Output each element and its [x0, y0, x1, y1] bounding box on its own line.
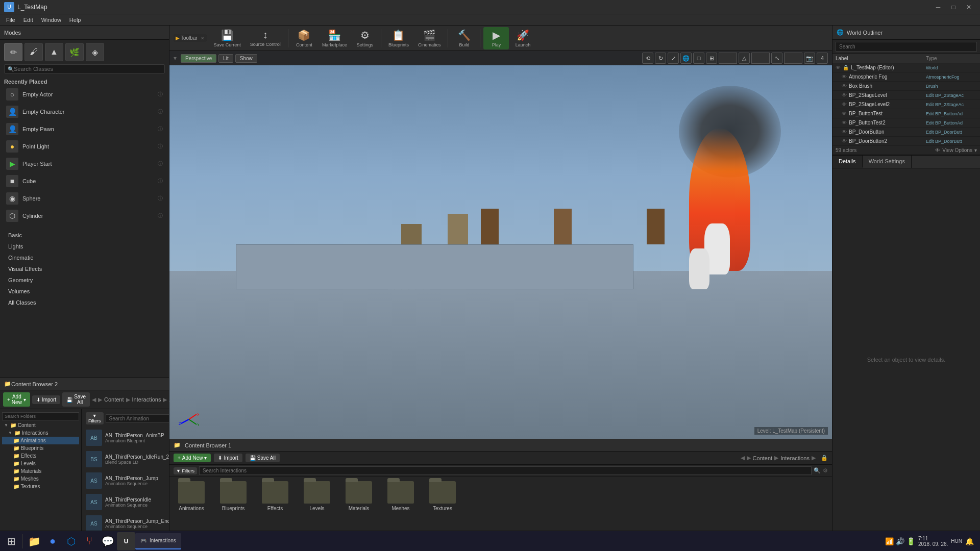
list-item[interactable]: ▶ Player Start ⓘ — [4, 155, 165, 172]
outliner-item[interactable]: 👁 BP_ButtonTest Edit BP_ButtonAd — [832, 109, 980, 118]
info-icon[interactable]: ⓘ — [158, 178, 163, 185]
marketplace-button[interactable]: 🏪 Marketplace — [318, 27, 351, 49]
mode-landscape[interactable]: ▲ — [45, 43, 63, 61]
outliner-item[interactable]: 👁 BP_2StageLevel2 Edit BP_2StageAc — [832, 100, 980, 109]
folder-levels[interactable]: Levels — [299, 481, 335, 511]
info-icon[interactable]: ⓘ — [158, 195, 163, 202]
outliner-search-input[interactable] — [836, 42, 977, 52]
tree-animations[interactable]: 📁 Animations — [2, 437, 79, 444]
taskbar-vscode[interactable]: ⬡ — [62, 532, 80, 550]
col-type[interactable]: Type — [926, 56, 977, 61]
tab-details[interactable]: Details — [832, 156, 863, 168]
build-button[interactable]: 🔨 Build — [451, 27, 477, 49]
recently-placed-header[interactable]: Recently Placed — [4, 76, 165, 86]
mode-geometry[interactable]: ◈ — [86, 43, 104, 61]
camera-speed-icon[interactable]: 📷 — [804, 53, 815, 64]
outliner-item[interactable]: 👁 Atmospheric Fog AtmosphericFog — [832, 72, 980, 82]
file-item[interactable]: AS AN_ThirdPerson_Jump Animation Sequenc… — [84, 470, 167, 491]
bc1-content[interactable]: Content — [753, 455, 773, 461]
taskbar-file-explorer[interactable]: 📁 — [25, 532, 43, 550]
cb1-save-all-button[interactable]: 💾 Save All — [246, 454, 280, 462]
settings-button[interactable]: ⚙ Settings — [352, 27, 378, 49]
viewport[interactable]: ▾ Perspective Lit Show ⟲ ↻ ⤢ 🌐 □ ⊞ 10 △ … — [169, 51, 832, 439]
info-icon[interactable]: ⓘ — [158, 91, 163, 98]
cb1-import-button[interactable]: ⬇ Import — [214, 454, 242, 462]
vp-dropdown-icon[interactable]: ▾ — [174, 55, 177, 62]
tab-world-settings[interactable]: World Settings — [863, 156, 912, 168]
translate-icon[interactable]: ⟲ — [642, 53, 653, 64]
bc-interactions[interactable]: Interactions — [132, 396, 161, 403]
outliner-item[interactable]: 👁 🔒 L_TestMap (Editor) World — [832, 63, 980, 72]
cinematics-button[interactable]: 🎬 Cinematics — [414, 27, 445, 49]
info-icon[interactable]: ⓘ — [158, 143, 163, 150]
menu-edit[interactable]: Edit — [19, 16, 37, 24]
angle-snap-icon[interactable]: △ — [739, 53, 750, 64]
tree-textures[interactable]: 📁 Textures — [2, 483, 79, 490]
cb1-search-input[interactable] — [199, 466, 812, 475]
bc-content[interactable]: Content — [104, 396, 124, 403]
cb1-add-new-button[interactable]: + Add New ▾ — [174, 454, 211, 462]
outliner-item[interactable]: 👁 Box Brush Brush — [832, 82, 980, 91]
nav-basic[interactable]: Basic — [4, 230, 165, 241]
list-item[interactable]: 👤 Empty Pawn ⓘ — [4, 120, 165, 138]
outliner-item[interactable]: 👁 BP_2StageLevel Edit BP_2StageAc — [832, 91, 980, 100]
nav-volumes[interactable]: Volumes — [4, 286, 165, 297]
perspective-button[interactable]: Perspective — [181, 54, 216, 63]
cb1-search-icon[interactable]: 🔍 — [814, 467, 821, 474]
source-control-button[interactable]: ↕ Source Control — [246, 27, 285, 49]
tree-blueprints[interactable]: 📁 Blueprints — [2, 444, 79, 452]
info-icon[interactable]: ⓘ — [158, 160, 163, 167]
scale-snap-input[interactable]: 0.25 — [784, 53, 802, 64]
tree-materials[interactable]: 📁 Materials — [2, 467, 79, 475]
file-item[interactable]: AB AN_ThirdPerson_AnimBP Animation Bluep… — [84, 428, 167, 448]
battery-icon[interactable]: 🔋 — [906, 537, 915, 545]
content-button[interactable]: 📦 Content — [291, 27, 317, 49]
list-item[interactable]: ◉ Sphere ⓘ — [4, 190, 165, 207]
nav-visual-effects[interactable]: Visual Effects — [4, 263, 165, 274]
taskbar-unreal[interactable]: U — [117, 532, 135, 550]
close-button[interactable]: ✕ — [962, 2, 976, 12]
taskbar-chrome[interactable]: ● — [43, 532, 62, 550]
cb1-filter-icon[interactable]: ⚙ — [823, 467, 828, 474]
taskbar-chat[interactable]: 💬 — [99, 532, 117, 550]
info-icon[interactable]: ⓘ — [158, 108, 163, 115]
notification-icon[interactable]: 🔔 — [965, 537, 974, 545]
folder-effects[interactable]: Effects — [257, 481, 293, 511]
file-item[interactable]: AS AN_ThirdPersonIdle Animation Sequence — [84, 492, 167, 512]
cb2-filters-button[interactable]: ▼ Filters — [86, 412, 104, 424]
volume-icon[interactable]: 🔊 — [896, 537, 904, 545]
bc1-interactions[interactable]: Interactions — [780, 455, 810, 461]
mode-paint[interactable]: 🖌 — [24, 43, 43, 61]
angle-snap-input[interactable]: 10 — [751, 53, 770, 64]
cb2-save-all-button[interactable]: 💾 Save All — [62, 392, 90, 407]
menu-window[interactable]: Window — [37, 16, 65, 24]
info-icon[interactable]: ⓘ — [158, 212, 163, 219]
folder-animations[interactable]: Animations — [174, 481, 209, 511]
list-item[interactable]: ⬡ Cylinder ⓘ — [4, 207, 165, 224]
menu-help[interactable]: Help — [65, 16, 85, 24]
cb1-forward-button[interactable]: ▶ — [747, 455, 751, 461]
taskbar-git[interactable]: ⑂ — [80, 532, 99, 550]
col-label[interactable]: Label — [836, 56, 926, 61]
scale-icon[interactable]: ⤢ — [668, 53, 679, 64]
launch-button[interactable]: 🚀 Launch — [510, 27, 535, 49]
folder-meshes[interactable]: Meshes — [383, 481, 419, 511]
toolbar-close-icon[interactable]: ✕ — [201, 36, 205, 41]
cb2-forward-button[interactable]: ▶ — [98, 396, 102, 403]
nav-cinematic[interactable]: Cinematic — [4, 252, 165, 263]
network-icon[interactable]: 📶 — [885, 537, 894, 545]
mode-place[interactable]: ✏ — [4, 43, 22, 61]
search-classes-input[interactable] — [14, 66, 161, 72]
show-button[interactable]: Show — [235, 54, 257, 63]
tree-interactions[interactable]: ▼📁 Interactions — [2, 429, 79, 437]
outliner-item[interactable]: 👁 BP_DoorButton Edit BP_DoorButt — [832, 128, 980, 137]
minimize-button[interactable]: ─ — [931, 2, 945, 12]
list-item[interactable]: ○ Empty Actor ⓘ — [4, 86, 165, 103]
start-button[interactable]: ⊞ — [2, 532, 20, 550]
nav-geometry[interactable]: Geometry — [4, 274, 165, 286]
mode-foliage[interactable]: 🌿 — [65, 43, 84, 61]
taskbar-unreal-app[interactable]: 🎮 Interactions — [135, 533, 181, 549]
nav-lights[interactable]: Lights — [4, 241, 165, 252]
blueprints-button[interactable]: 📋 Blueprints — [384, 27, 413, 49]
folder-materials[interactable]: Materials — [341, 481, 377, 511]
